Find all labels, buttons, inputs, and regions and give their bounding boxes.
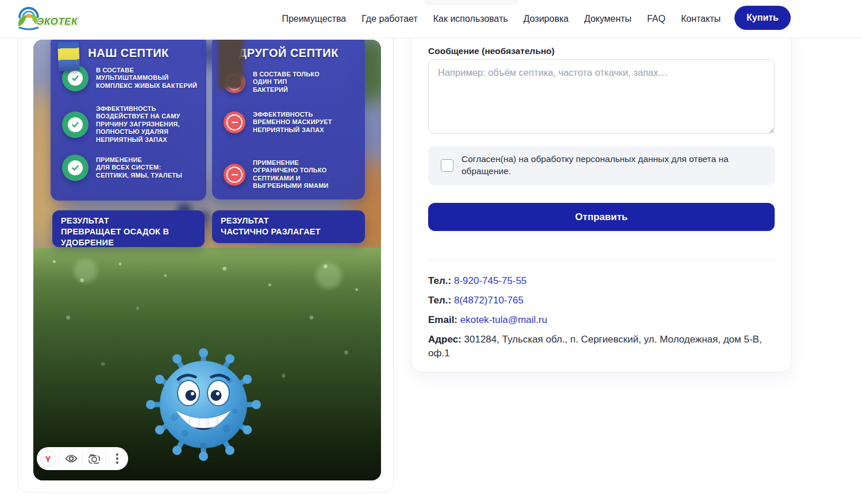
other-septic-item-2: ЭФФЕКТИВНОСТЬ ВРЕМЕННО МАСКИРУЕТ НЕПРИЯТ… bbox=[212, 111, 332, 134]
consent-box: Согласен(на) на обработку персональных д… bbox=[428, 146, 775, 185]
logo-text: ЭКОТЕК bbox=[37, 16, 78, 28]
check-badge-icon bbox=[62, 155, 88, 181]
image-overlay-toolbar: Y bbox=[37, 447, 128, 470]
main-nav: Преимущества Где работает Как использова… bbox=[282, 0, 721, 38]
address-value: 301284, Тульская обл., п. Сергиевский, у… bbox=[428, 334, 762, 359]
our-septic-result: РЕЗУЛЬТАТ ПРЕВРАЩАЕТ ОСАДОК В УДОБРЕНИЕ bbox=[52, 210, 205, 247]
phone-link-2[interactable]: 8(4872)710-765 bbox=[454, 295, 524, 306]
email-link[interactable]: ekotek-tula@mail.ru bbox=[460, 314, 547, 325]
top-navigation-bar: ЭКОТЕК Преимущества Где работает Как исп… bbox=[0, 0, 862, 39]
bacteria-mascot-image bbox=[146, 343, 261, 463]
photo-foreground-object bbox=[218, 40, 244, 89]
email-row: Email: ekotek-tula@mail.ru bbox=[428, 313, 775, 327]
phone-row-1: Тел.: 8-920-745-75-55 bbox=[428, 274, 775, 288]
nav-item-where-works[interactable]: Где работает bbox=[361, 14, 418, 24]
nav-item-dosage[interactable]: Дозировка bbox=[524, 14, 569, 24]
phone-row-2: Тел.: 8(4872)710-765 bbox=[428, 294, 775, 307]
contact-form-card: Сообщение (необязательно) Согласен(на) н… bbox=[411, 23, 792, 372]
phone-link-1[interactable]: 8-920-745-75-55 bbox=[454, 275, 527, 286]
check-badge-icon bbox=[62, 111, 88, 138]
minus-badge-icon bbox=[224, 111, 245, 133]
yandex-icon[interactable]: Y bbox=[40, 450, 57, 467]
buy-button[interactable]: Купить bbox=[734, 6, 791, 30]
nav-item-documents[interactable]: Документы bbox=[584, 14, 631, 24]
comparison-image-card: НАШ СЕПТИК В СОСТАВЕ МУЛЬТИШТАММОВЫЙ КОМ… bbox=[17, 23, 394, 493]
consent-checkbox[interactable] bbox=[441, 159, 453, 172]
logo[interactable]: ЭКОТЕК bbox=[14, 5, 78, 31]
more-dots-icon[interactable] bbox=[109, 450, 126, 467]
septic-comparison-image: НАШ СЕПТИК В СОСТАВЕ МУЛЬТИШТАММОВЫЙ КОМ… bbox=[33, 40, 381, 480]
submit-button[interactable]: Отправить bbox=[428, 203, 775, 231]
minus-badge-icon bbox=[224, 164, 245, 186]
eye-icon[interactable] bbox=[63, 450, 80, 467]
nav-item-contacts[interactable]: Контакты bbox=[681, 14, 721, 24]
nav-item-how-to-use[interactable]: Как использовать bbox=[433, 14, 508, 24]
product-package-image bbox=[57, 41, 80, 71]
message-label: Сообщение (необязательно) bbox=[428, 46, 555, 56]
divider bbox=[428, 260, 775, 260]
consent-text: Согласен(на) на обработку персональных д… bbox=[461, 153, 737, 178]
camera-search-icon[interactable] bbox=[86, 450, 103, 467]
other-septic-result: РЕЗУЛЬТАТ ЧАСТИЧНО РАЗЛАГАЕТ bbox=[212, 210, 365, 243]
our-septic-item-2: ЭФФЕКТИВНОСТЬ ВОЗДЕЙСТВУЕТ НА САМУ ПРИЧИ… bbox=[51, 105, 180, 144]
our-septic-item-3: ПРИМЕНЕНИЕ ДЛЯ ВСЕХ СИСТЕМ: СЕПТИКИ, ЯМЫ… bbox=[51, 155, 182, 181]
address-row: Адрес: 301284, Тульская обл., п. Сергиев… bbox=[428, 333, 775, 360]
nav-item-advantages[interactable]: Преимущества bbox=[282, 14, 346, 24]
nav-item-faq[interactable]: FAQ bbox=[647, 14, 665, 24]
message-textarea[interactable] bbox=[428, 59, 775, 134]
other-septic-item-3: ПРИМЕНЕНИЕ ОГРАНИЧЕНО ТОЛЬКО СЕПТИКАМИ И… bbox=[212, 159, 329, 190]
